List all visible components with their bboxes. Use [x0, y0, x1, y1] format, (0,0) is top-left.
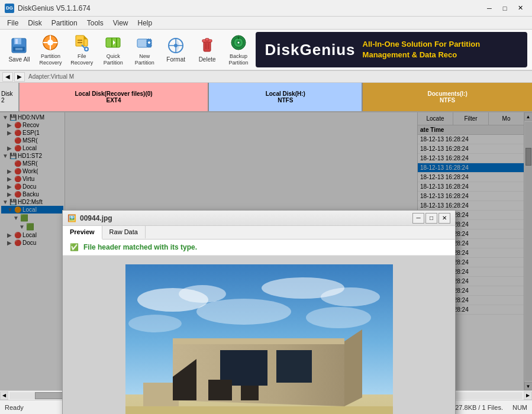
- nav-forward-button[interactable]: ▶: [14, 72, 25, 82]
- status-ready-text: Ready: [5, 404, 24, 411]
- svg-point-50: [128, 315, 182, 332]
- svg-point-47: [321, 287, 380, 306]
- format-icon: [166, 36, 185, 55]
- num-lock-indicator: NUM: [512, 404, 527, 411]
- partition-segment-1[interactable]: Local Disk(H:) NTFS: [209, 83, 363, 111]
- menu-tools[interactable]: Tools: [82, 18, 108, 28]
- svg-rect-4: [15, 48, 22, 50]
- status-check-icon: ✅: [70, 243, 79, 251]
- disk-label: Disk 2: [0, 83, 20, 111]
- menu-partition[interactable]: Partition: [47, 18, 82, 28]
- svg-point-49: [306, 307, 371, 328]
- close-button[interactable]: ✕: [513, 2, 527, 14]
- svg-rect-59: [241, 386, 259, 400]
- partition-bar: Disk 2 Local Disk(Recover files)(0) EXT4…: [0, 83, 532, 112]
- status-message: File header matched with its type.: [83, 243, 197, 251]
- svg-rect-58: [208, 380, 232, 400]
- modal-title: 00944.jpg: [80, 214, 412, 222]
- delete-icon: [198, 36, 217, 55]
- svg-rect-11: [76, 35, 84, 46]
- delete-label: Delete: [199, 56, 216, 63]
- window-controls: ─ □ ✕: [482, 2, 527, 14]
- preview-image: [125, 264, 393, 414]
- backup-partition-button[interactable]: Backup Partition: [224, 32, 253, 67]
- file-recovery-button[interactable]: File Recovery: [67, 32, 96, 67]
- format-label: Format: [166, 56, 185, 63]
- svg-rect-52: [173, 338, 344, 344]
- svg-rect-60: [125, 406, 393, 414]
- menu-file[interactable]: File: [2, 18, 23, 28]
- file-recovery-icon: [72, 33, 91, 52]
- new-partition-label: New Partition: [135, 53, 154, 66]
- new-partition-icon: [135, 33, 154, 52]
- modal-controls: ─ □ ✕: [412, 213, 450, 224]
- horizontal-scroll-thumb[interactable]: [35, 392, 65, 399]
- scroll-left-button[interactable]: ◀: [0, 392, 8, 400]
- menu-help[interactable]: Help: [133, 18, 157, 28]
- svg-rect-34: [205, 38, 209, 41]
- maximize-button[interactable]: □: [498, 2, 512, 14]
- svg-rect-13: [84, 39, 88, 46]
- svg-point-40: [238, 42, 240, 44]
- save-all-label: Save All: [8, 56, 30, 63]
- quick-partition-button[interactable]: Quick Partition: [99, 32, 128, 67]
- file-icon: 🖼️: [67, 214, 76, 222]
- minimize-button[interactable]: ─: [482, 2, 496, 14]
- app-icon: DG: [5, 4, 14, 13]
- tab-raw-data[interactable]: Raw Data: [102, 226, 146, 239]
- svg-rect-24: [137, 39, 148, 47]
- branding-tagline: All-In-One Solution For Partition Manage…: [363, 39, 518, 60]
- svg-rect-41: [238, 37, 239, 39]
- image-preview-dialog: 🖼️ 00944.jpg ─ □ ✕ Preview Raw Data ✅ Fi…: [62, 210, 456, 414]
- backup-partition-label: Backup Partition: [229, 53, 249, 66]
- partition-recovery-label: Partition Recovery: [39, 53, 62, 66]
- save-all-icon: [9, 36, 28, 55]
- nav-back-button[interactable]: ◀: [2, 72, 13, 82]
- tab-preview[interactable]: Preview: [63, 226, 102, 240]
- modal-maximize-button[interactable]: □: [425, 213, 437, 224]
- modal-status-bar: ✅ File header matched with its type.: [63, 240, 455, 255]
- toolbar: Save All Partition Recovery: [0, 30, 532, 71]
- file-recovery-label: File Recovery: [70, 53, 93, 66]
- quick-partition-label: Quick Partition: [104, 53, 123, 66]
- modal-close-button[interactable]: ✕: [439, 213, 450, 224]
- svg-marker-53: [344, 329, 362, 406]
- modal-overlay: 🖼️ 00944.jpg ─ □ ✕ Preview Raw Data ✅ Fi…: [0, 112, 532, 390]
- svg-rect-32: [204, 41, 211, 51]
- quick-partition-icon: [104, 33, 122, 52]
- modal-minimize-button[interactable]: ─: [412, 213, 424, 224]
- modal-tabs: Preview Raw Data: [63, 226, 455, 240]
- partition-recovery-icon: [41, 33, 60, 52]
- titlebar: DG DiskGenius V5.1.1.674 ─ □ ✕: [0, 0, 532, 17]
- menu-disk[interactable]: Disk: [23, 18, 46, 28]
- delete-button[interactable]: Delete: [193, 32, 222, 67]
- modal-titlebar: 🖼️ 00944.jpg ─ □ ✕: [63, 211, 455, 226]
- svg-marker-12: [84, 35, 88, 39]
- backup-partition-icon: [229, 33, 248, 52]
- menu-view[interactable]: View: [108, 18, 133, 28]
- format-button[interactable]: Format: [162, 32, 191, 67]
- svg-rect-2: [15, 39, 18, 44]
- svg-point-48: [196, 299, 291, 325]
- partition-segment-2[interactable]: Documents(I:) NTFS: [363, 83, 532, 111]
- partition-recovery-button[interactable]: Partition Recovery: [36, 32, 65, 67]
- branding-area: DiskGenius All-In-One Solution For Parti…: [256, 32, 527, 67]
- scroll-right-button[interactable]: ▶: [524, 392, 532, 400]
- app-title: DiskGenius V5.1.1.674: [18, 4, 482, 12]
- svg-point-45: [179, 285, 226, 303]
- nav-row: ◀ ▶ Adapter:Virtual M: [0, 71, 532, 83]
- save-all-button[interactable]: Save All: [5, 32, 34, 67]
- menubar: File Disk Partition Tools View Help: [0, 17, 532, 30]
- svg-rect-57: [276, 350, 312, 383]
- svg-point-6: [47, 40, 53, 46]
- new-partition-button[interactable]: New Partition: [130, 32, 159, 67]
- adapter-text: Adapter:Virtual M: [28, 73, 74, 80]
- modal-image-area: [63, 255, 455, 414]
- diskgenius-logo: DiskGenius: [265, 41, 356, 59]
- partition-segment-0[interactable]: Local Disk(Recover files)(0) EXT4: [20, 83, 209, 111]
